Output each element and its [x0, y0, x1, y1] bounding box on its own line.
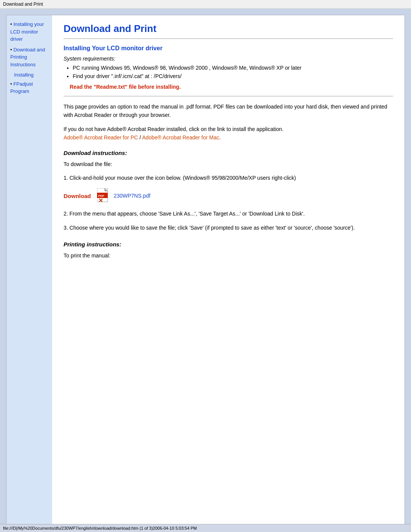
download-link[interactable]: Download	[64, 193, 91, 199]
status-bar-text: file:///D|/My%20Documents/dfu/230WP7/eng…	[3, 526, 197, 530]
pdf-filename[interactable]: 230WP7NS.pdf	[114, 193, 151, 199]
acrobat-intro: If you do not have Adobe® Acrobat Reader…	[64, 126, 284, 132]
main-content: Download and Print Installing Your LCD m…	[52, 15, 405, 525]
page-wrapper: • Installing your LCD monitor driver • D…	[6, 15, 405, 525]
acrobat-link-pc[interactable]: Adobe® Acrobat Reader for PC	[64, 134, 138, 141]
readme-warning: Read the "Readme.txt" file before instal…	[70, 84, 393, 90]
page-title: Download and Print	[64, 23, 393, 35]
acrobat-end: .	[219, 134, 221, 141]
title-bar-text: Download and Print	[3, 2, 43, 7]
acrobat-link-mac[interactable]: Adobe® Acrobat Reader for Mac	[142, 134, 219, 141]
step-2: 2. From the menu that appears, choose 'S…	[64, 209, 393, 218]
info-para-1: This page provides an option to read the…	[64, 102, 393, 120]
printing-instructions-title: Printing instructions:	[64, 241, 393, 248]
info-para-2: If you do not have Adobe® Acrobat Reader…	[64, 125, 393, 142]
sidebar: • Installing your LCD monitor driver • D…	[6, 15, 52, 525]
download-instructions-title: Download instructions:	[64, 150, 393, 156]
divider-1	[64, 38, 393, 39]
requirements-list: PC running Windows 95, Windows® 98, Wind…	[73, 65, 393, 79]
download-intro: To download the file:	[64, 160, 393, 168]
step-3: 3. Choose where you would like to save t…	[64, 224, 393, 232]
download-row: Download PDF 230WP7NS.pdf	[64, 188, 393, 203]
step-1: 1. Click-and-hold your mouse over the ic…	[64, 174, 393, 182]
section-title: Installing Your LCD monitor driver	[64, 45, 393, 52]
sidebar-link-fpadjust[interactable]: FPadjust Program	[10, 81, 33, 94]
printing-intro: To print the manual:	[64, 251, 393, 260]
sidebar-item-2: • Download and Printing Instructions	[10, 46, 48, 69]
slash: /	[138, 134, 142, 141]
sidebar-nav: • Installing your LCD monitor driver • D…	[10, 21, 48, 95]
pdf-icon: PDF	[97, 188, 111, 203]
sidebar-item-1: • Installing your LCD monitor driver	[10, 21, 48, 43]
sidebar-link-installing2[interactable]: Installing	[14, 72, 33, 78]
divider-2	[64, 96, 393, 96]
sidebar-item-4: • FPadjust Program	[10, 80, 48, 95]
sidebar-link-installing[interactable]: Installing your LCD monitor driver	[10, 21, 44, 42]
req-item-2: Find your driver ".inf/.icm/.cat" at : /…	[73, 73, 393, 79]
svg-text:PDF: PDF	[98, 194, 104, 198]
req-item-1: PC running Windows 95, Windows® 98, Wind…	[73, 65, 393, 71]
status-bar: file:///D|/My%20Documents/dfu/230WP7/eng…	[0, 524, 411, 532]
sidebar-link-download[interactable]: Download and Printing Instructions	[10, 47, 45, 67]
sidebar-item-3: Installing	[14, 71, 48, 79]
system-req-label: System requirements:	[64, 56, 393, 62]
title-bar: Download and Print	[0, 0, 411, 9]
